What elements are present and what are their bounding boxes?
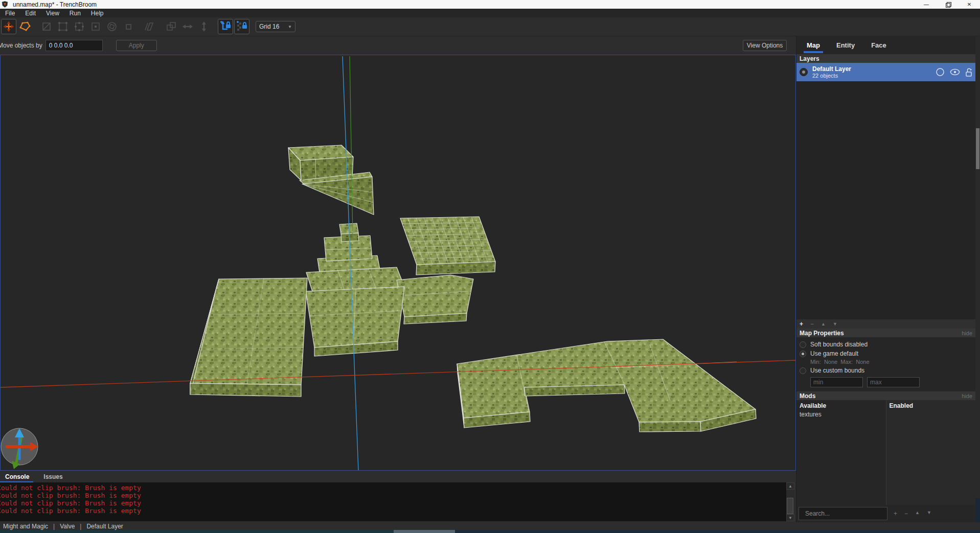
move-layer-up-button[interactable]: ▲ [821,321,826,327]
bounds-min-input[interactable] [810,377,863,387]
status-separator: | [53,523,55,530]
face-tool-button[interactable] [88,19,103,34]
3d-viewport[interactable] [0,55,796,471]
mods-available-header: Available [800,402,883,409]
layers-header-label: Layers [800,55,819,62]
flip-horizontal-icon [182,22,193,31]
menu-view[interactable]: View [41,9,64,17]
add-layer-button[interactable]: + [800,320,803,328]
viewport-info-bar: Move objects by Apply View Options [0,36,796,55]
3d-viewport-canvas[interactable] [1,55,795,470]
console-error-line: Could not clip brush: Brush is empty [0,484,786,492]
shear-tool-button[interactable] [142,19,157,34]
tab-console[interactable]: Console [4,472,30,482]
game-default-minmax: Min: None Max: None [810,359,972,365]
minimize-button[interactable]: — [916,0,937,9]
brush-right-u-slab[interactable] [457,339,756,432]
console-scrollbar-thumb[interactable] [787,498,793,514]
layer-name: Default Layer [812,66,851,73]
scroll-down-icon[interactable]: ▼ [786,514,794,521]
clip-tool-button[interactable] [39,19,54,34]
vertex-tool-button[interactable] [55,19,71,34]
flip-vertical-button[interactable] [196,19,212,34]
map-properties-header: Map Properties hide [796,329,975,337]
texture-lock-button[interactable] [218,19,233,34]
layers-header: Layers [796,54,975,63]
use-game-default-radio[interactable] [800,351,806,357]
clip-tool-icon [41,21,52,32]
vertex-tool-icon [58,21,68,32]
omit-from-export-icon[interactable] [936,67,945,77]
map-properties-hide-link[interactable]: hide [962,330,972,336]
console-output[interactable]: Could not clip brush: Brush is empty Cou… [0,482,786,521]
mod-remove-button[interactable]: − [904,510,908,517]
restore-button[interactable] [937,0,959,9]
scale-tool-button[interactable] [121,19,136,34]
unlock-icon[interactable] [965,68,972,77]
status-separator: | [80,523,81,530]
menu-file[interactable]: File [0,9,20,17]
shear-tool-icon [144,21,155,32]
csg-tool-button[interactable] [164,19,179,34]
mods-search-row: + − ▲ ▼ [796,505,975,522]
scale-tool-icon [124,22,132,31]
grid-size-label: Grid 16 [259,23,279,30]
tab-issues[interactable]: Issues [42,472,63,482]
mod-add-button[interactable]: + [894,510,897,517]
mod-move-up-button[interactable]: ▲ [915,510,920,517]
remove-layer-button[interactable]: − [810,320,814,328]
layer-active-radio[interactable] [800,68,808,76]
move-layer-down-button[interactable]: ▼ [833,321,837,327]
mods-buttons: + − ▲ ▼ [894,510,931,517]
layers-list-empty-area[interactable] [796,81,975,319]
close-button[interactable]: ✕ [959,0,980,9]
title-bar: unnamed.map* - TrenchBroom — ✕ [0,0,980,9]
apply-button[interactable]: Apply [116,40,157,51]
panel-scrollbar[interactable] [975,36,980,498]
bounds-max-input[interactable] [867,377,920,387]
move-objects-label: Move objects by [0,42,42,49]
y-axis-line [350,56,353,235]
view-options-button[interactable]: View Options [743,40,787,51]
rotate-tool-button[interactable] [104,19,120,34]
mods-columns: Available textures Enabled [796,400,975,505]
mod-move-down-button[interactable]: ▼ [927,510,931,517]
console-scrollbar[interactable]: ▲ ▼ [786,482,794,521]
mods-search-box[interactable] [799,507,887,520]
taskbar-edge-strip [0,530,980,533]
panel-scrollbar-thumb[interactable] [976,128,979,169]
selection-tool-icon [3,21,14,32]
scroll-up-icon[interactable]: ▲ [786,482,794,490]
soft-bounds-disabled-radio[interactable] [800,341,806,348]
edge-tool-button[interactable] [72,19,87,34]
orientation-gizmo[interactable] [1,428,38,469]
mods-search-input[interactable] [805,510,884,517]
tab-entity[interactable]: Entity [835,38,856,52]
status-current-layer: Default Layer [86,523,123,530]
uv-lock-icon [236,20,248,33]
toolbar: Grid 16 ▼ [0,17,980,36]
map-properties-body: Soft bounds disabled Use game default Mi… [796,337,975,391]
move-objects-input[interactable] [45,40,103,51]
soft-bounds-disabled-label: Soft bounds disabled [810,341,868,348]
texture-lock-icon [219,20,232,33]
brush-center-terraces[interactable] [306,267,473,356]
create-brush-tool-button[interactable] [17,19,33,34]
console-tabs: Console Issues [0,471,796,482]
menu-help[interactable]: Help [86,9,109,17]
brush-grid-platform[interactable] [400,217,495,275]
tab-map[interactable]: Map [806,38,821,52]
menu-edit[interactable]: Edit [20,9,41,17]
tab-face[interactable]: Face [870,38,887,52]
selection-tool-button[interactable] [1,19,16,34]
mod-list-item[interactable]: textures [800,411,883,418]
flip-horizontal-button[interactable] [180,19,195,34]
use-custom-bounds-radio[interactable] [800,367,806,374]
uv-lock-button[interactable] [234,19,249,34]
visibility-eye-icon[interactable] [950,68,960,76]
mods-hide-link[interactable]: hide [962,393,972,399]
layer-object-count: 22 objects [812,73,851,79]
menu-run[interactable]: Run [64,9,86,17]
layer-row-default[interactable]: Default Layer 22 objects [796,63,975,81]
grid-size-dropdown[interactable]: Grid 16 ▼ [256,21,295,32]
